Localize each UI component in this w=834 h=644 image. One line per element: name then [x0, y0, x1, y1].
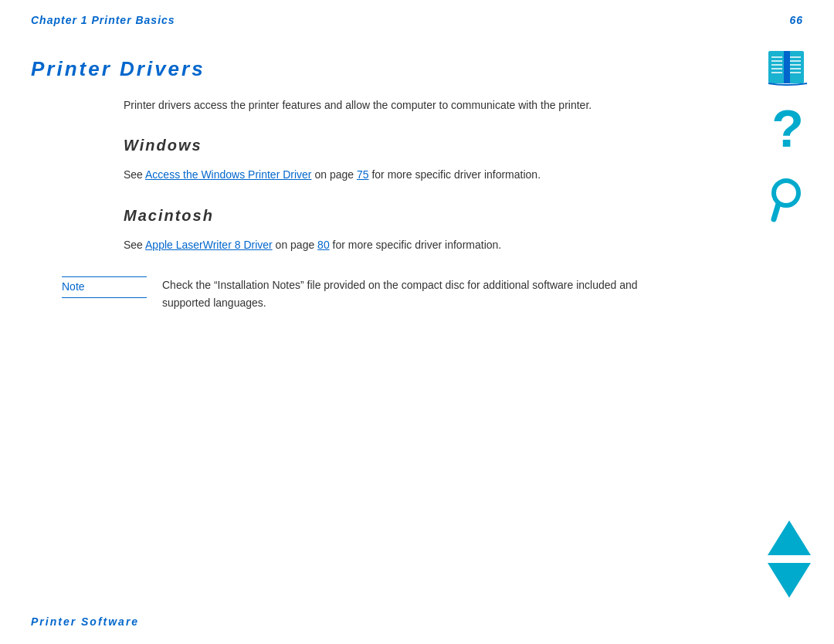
- note-line-bottom: [62, 297, 147, 298]
- macintosh-middle: on page: [273, 239, 317, 251]
- page-container: Chapter 1 Printer Basics 66 Printer Driv…: [0, 0, 834, 644]
- footer-text: Printer Software: [31, 615, 139, 628]
- main-content: Printer Drivers Printer drivers access t…: [0, 34, 695, 342]
- windows-middle: on page: [312, 168, 357, 181]
- page-header: Chapter 1 Printer Basics 66: [0, 0, 834, 34]
- navigation-arrows: [768, 520, 811, 598]
- right-sidebar: ?: [764, 46, 811, 228]
- windows-page-link[interactable]: 75: [357, 168, 369, 181]
- question-mark-icon[interactable]: ?: [764, 104, 811, 158]
- macintosh-heading: Macintosh: [124, 207, 664, 225]
- note-text: Check the “Installation Notes” file prov…: [162, 276, 664, 311]
- note-section: Note Check the “Installation Notes” file…: [62, 276, 664, 311]
- macintosh-prefix: See: [124, 239, 145, 251]
- windows-suffix: for more specific driver information.: [369, 168, 541, 181]
- previous-page-arrow[interactable]: [768, 520, 811, 555]
- note-label: Note: [62, 280, 85, 293]
- windows-content: See Access the Windows Printer Driver on…: [124, 166, 664, 183]
- book-icon[interactable]: [764, 46, 811, 89]
- windows-heading: Windows: [124, 137, 664, 154]
- windows-prefix: See: [124, 168, 145, 181]
- page-number: 66: [789, 14, 803, 26]
- macintosh-suffix: for more specific driver information.: [330, 239, 502, 251]
- macintosh-driver-link[interactable]: Apple LaserWriter 8 Driver: [145, 239, 273, 251]
- svg-text:?: ?: [771, 107, 804, 157]
- note-line-top: [62, 276, 147, 277]
- description-text: Printer drivers access the printer featu…: [124, 97, 664, 114]
- macintosh-page-link[interactable]: 80: [317, 239, 330, 251]
- next-page-arrow[interactable]: [768, 563, 811, 598]
- windows-driver-link[interactable]: Access the Windows Printer Driver: [145, 168, 312, 181]
- svg-rect-0: [768, 51, 785, 83]
- svg-line-15: [774, 204, 778, 219]
- chapter-label: Chapter 1 Printer Basics: [31, 14, 175, 26]
- footer: Printer Software: [31, 615, 139, 629]
- macintosh-content: See Apple LaserWriter 8 Driver on page 8…: [124, 236, 664, 253]
- search-icon[interactable]: [764, 174, 811, 228]
- svg-rect-2: [784, 51, 790, 83]
- note-label-container: Note: [62, 276, 162, 298]
- page-title: Printer Drivers: [31, 57, 664, 81]
